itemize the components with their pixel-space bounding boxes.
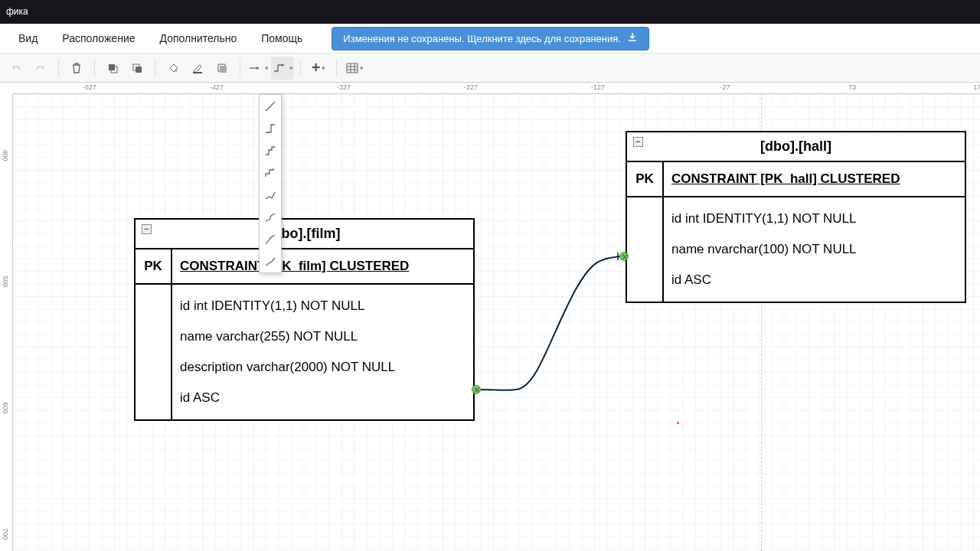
- svg-rect-4: [193, 72, 202, 73]
- menubar: Вид Расположение Дополнительно Помощь Из…: [0, 24, 980, 54]
- svg-rect-0: [109, 64, 115, 70]
- waypoints-button[interactable]: ▾: [271, 57, 294, 80]
- menu-view[interactable]: Вид: [8, 28, 48, 49]
- menu-help[interactable]: Помощь: [250, 28, 313, 49]
- svg-rect-2: [136, 67, 142, 73]
- table-button[interactable]: ▾: [343, 57, 366, 80]
- add-button[interactable]: +▾: [307, 57, 330, 80]
- line-color-button[interactable]: [186, 57, 209, 80]
- shadow-button[interactable]: [211, 57, 234, 80]
- connection-style-button[interactable]: ▾: [247, 57, 270, 80]
- undo-button: [5, 57, 28, 80]
- delete-button[interactable]: [65, 57, 88, 80]
- to-front-button[interactable]: [101, 57, 124, 80]
- fill-color-button[interactable]: [162, 57, 185, 80]
- download-icon: [627, 32, 638, 45]
- toolbar: ▾ ▾ +▾ ▾: [0, 54, 980, 83]
- save-changes-button[interactable]: Изменения не сохранены. Щелкните здесь д…: [332, 27, 649, 51]
- svg-rect-6: [220, 66, 227, 73]
- menu-arrange[interactable]: Расположение: [51, 28, 145, 49]
- to-back-button[interactable]: [126, 57, 149, 80]
- redo-button: [29, 57, 52, 80]
- window-title: фика: [0, 0, 980, 24]
- svg-rect-8: [347, 64, 358, 73]
- save-changes-label: Изменения не сохранены. Щелкните здесь д…: [343, 33, 621, 44]
- menu-extras[interactable]: Дополнительно: [149, 28, 248, 49]
